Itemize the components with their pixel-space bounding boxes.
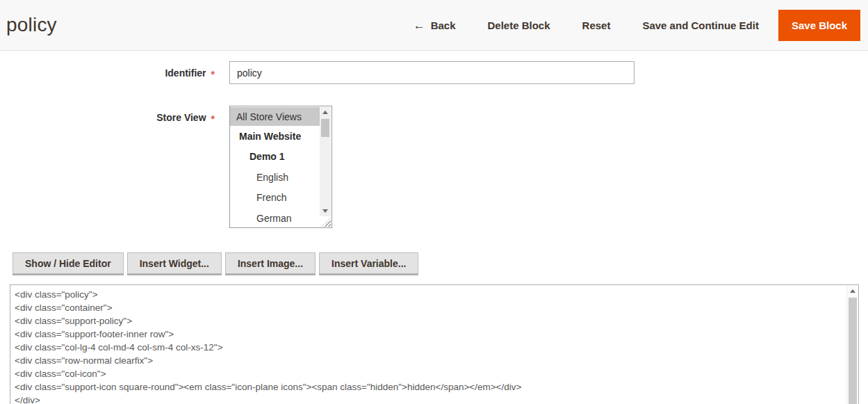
store-view-option-all-store-views[interactable]: All Store Views (230, 107, 320, 126)
store-view-option-english[interactable]: English (230, 167, 320, 188)
show-hide-editor-button[interactable]: Show / Hide Editor (13, 252, 124, 274)
store-view-option-french[interactable]: French (230, 188, 320, 209)
delete-block-button[interactable]: Delete Block (488, 19, 550, 31)
store-view-scrollbar-thumb[interactable] (321, 119, 329, 137)
editor-scroll-up-icon[interactable] (847, 286, 858, 296)
back-button[interactable]: ← Back (413, 19, 456, 31)
store-view-scrollbar[interactable] (320, 107, 331, 216)
block-edit-form: Identifier * Store View * All Store View… (0, 61, 868, 404)
store-view-option-demo-1[interactable]: Demo 1 (230, 147, 320, 168)
identifier-row: Identifier * (0, 61, 868, 84)
save-block-button[interactable]: Save Block (778, 10, 860, 41)
store-view-option-main-website[interactable]: Main Website (230, 126, 320, 147)
store-view-options: All Store Views Main Website Demo 1 Engl… (230, 107, 320, 227)
back-arrow-icon: ← (413, 19, 425, 31)
html-editor-textarea[interactable]: <div class="policy"> <div class="contain… (10, 284, 859, 404)
save-and-continue-edit-button[interactable]: Save and Continue Edit (642, 19, 759, 31)
editor-scrollbar-thumb[interactable] (849, 298, 857, 404)
insert-variable-button[interactable]: Insert Variable... (319, 252, 418, 274)
identifier-input[interactable] (229, 61, 634, 84)
store-view-label: Store View (156, 112, 206, 123)
store-view-option-german[interactable]: German (230, 208, 320, 229)
reset-button[interactable]: Reset (582, 19, 611, 31)
html-editor-content[interactable]: <div class="policy"> <div class="contain… (10, 285, 845, 404)
scroll-down-icon[interactable] (320, 206, 331, 216)
required-asterisk: * (211, 69, 215, 80)
resize-grip-icon[interactable] (322, 218, 331, 227)
scroll-up-icon[interactable] (320, 107, 331, 118)
required-asterisk: * (211, 113, 215, 124)
store-view-row: Store View * All Store Views Main Websit… (0, 106, 868, 228)
editor-toolbar: Show / Hide Editor Insert Widget... Inse… (13, 252, 868, 274)
back-button-label: Back (431, 19, 456, 31)
store-view-select[interactable]: All Store Views Main Website Demo 1 Engl… (229, 106, 332, 228)
store-view-label-cell: Store View * (0, 106, 229, 123)
identifier-label-cell: Identifier * (0, 67, 229, 79)
insert-image-button[interactable]: Insert Image... (225, 252, 316, 274)
header-text-actions: ← Back Delete Block Reset Save and Conti… (413, 19, 759, 31)
page-actions: ← Back Delete Block Reset Save and Conti… (413, 10, 860, 41)
editor-scrollbar[interactable] (846, 286, 858, 404)
page-title: policy (6, 14, 57, 36)
insert-widget-button[interactable]: Insert Widget... (127, 252, 222, 274)
identifier-label: Identifier (165, 67, 206, 79)
page-header: policy ← Back Delete Block Reset Save an… (0, 0, 868, 51)
